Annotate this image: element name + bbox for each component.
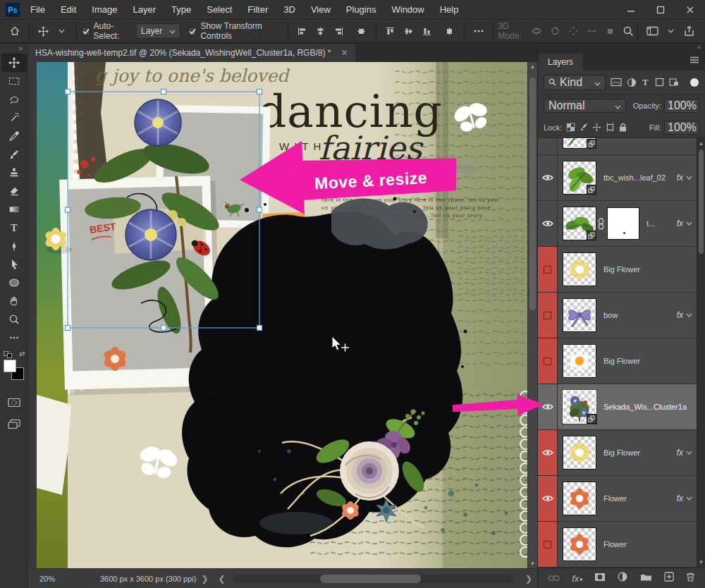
menu-type[interactable]: Type bbox=[164, 0, 199, 20]
visibility-checkbox[interactable] bbox=[544, 357, 551, 365]
visibility-checkbox[interactable] bbox=[544, 312, 551, 319]
share-icon[interactable] bbox=[680, 21, 698, 41]
new-adjustment-layer-icon[interactable] bbox=[618, 572, 627, 584]
search-icon[interactable] bbox=[619, 21, 637, 41]
color-swatches[interactable]: ⇄ bbox=[0, 351, 28, 384]
lock-all-icon[interactable] bbox=[619, 123, 627, 132]
layer-visibility-toggle[interactable] bbox=[538, 430, 558, 475]
auto-select-checkbox[interactable] bbox=[82, 27, 90, 36]
lock-position-icon[interactable] bbox=[592, 123, 601, 132]
eyedropper-tool[interactable] bbox=[1, 127, 27, 145]
layer-mask-thumbnail[interactable] bbox=[607, 207, 639, 240]
tab-layers[interactable]: Layers bbox=[538, 54, 583, 71]
foreground-color-swatch[interactable] bbox=[4, 360, 16, 372]
layer-visibility-toggle[interactable] bbox=[538, 293, 558, 338]
more-align-options-icon[interactable] bbox=[470, 21, 488, 41]
marquee-tool[interactable] bbox=[1, 72, 27, 90]
3d-roll-icon[interactable] bbox=[546, 21, 564, 41]
align-right-edges-icon[interactable] bbox=[330, 21, 348, 41]
lock-pixels-icon[interactable] bbox=[580, 123, 588, 132]
layer-visibility-toggle[interactable] bbox=[538, 384, 558, 429]
layer-styles-icon[interactable]: fx▾ bbox=[572, 573, 582, 584]
menu-layer[interactable]: Layer bbox=[125, 0, 164, 20]
menu-file[interactable]: File bbox=[23, 0, 53, 20]
3d-scale-icon[interactable] bbox=[601, 21, 619, 41]
move-tool-icon[interactable] bbox=[35, 21, 53, 41]
layer-thumbnail[interactable] bbox=[563, 390, 596, 424]
menu-plugins[interactable]: Plugins bbox=[338, 0, 384, 20]
menu-select[interactable]: Select bbox=[199, 0, 240, 20]
link-layers-icon[interactable] bbox=[548, 572, 560, 584]
filter-pixel-layers-icon[interactable] bbox=[611, 78, 622, 87]
layer-visibility-toggle[interactable] bbox=[538, 338, 558, 384]
align-left-edges-icon[interactable] bbox=[293, 21, 312, 41]
layer-visibility-toggle[interactable] bbox=[538, 476, 558, 521]
layer-row[interactable]: Big Flower bbox=[538, 338, 697, 384]
fx-badge[interactable]: fx bbox=[677, 494, 692, 503]
auto-select-target-dropdown[interactable]: Layer bbox=[136, 23, 180, 39]
default-colors-icon[interactable] bbox=[4, 351, 12, 358]
layer-row[interactable]: fx bbox=[538, 138, 697, 155]
layer-row[interactable]: Flower bbox=[538, 522, 697, 568]
layer-thumbnail[interactable] bbox=[563, 482, 596, 515]
move-tool[interactable] bbox=[1, 54, 27, 72]
fx-badge[interactable]: fx bbox=[677, 448, 692, 458]
visibility-checkbox[interactable] bbox=[544, 541, 551, 549]
maximize-button[interactable] bbox=[646, 0, 675, 20]
quick-mask-icon[interactable] bbox=[1, 393, 27, 412]
tool-preset-chevron-icon[interactable] bbox=[53, 21, 71, 41]
layer-visibility-toggle[interactable] bbox=[538, 138, 558, 154]
fx-badge[interactable]: fx bbox=[677, 310, 692, 320]
zoom-tool[interactable] bbox=[1, 310, 27, 329]
toolbar-collapse[interactable]: » bbox=[0, 44, 27, 54]
brush-tool[interactable] bbox=[1, 145, 27, 164]
menu-filter[interactable]: Filter bbox=[240, 0, 276, 20]
lasso-tool[interactable] bbox=[1, 90, 27, 109]
layer-visibility-toggle[interactable] bbox=[538, 522, 558, 567]
menu-image[interactable]: Image bbox=[84, 0, 125, 20]
panel-menu-icon[interactable] bbox=[689, 54, 699, 66]
path-select-tool[interactable] bbox=[1, 255, 27, 274]
menu-3d[interactable]: 3D bbox=[276, 0, 303, 20]
layer-row[interactable]: Big Flowerfx bbox=[538, 430, 697, 476]
layer-row[interactable]: Big Flower bbox=[538, 247, 697, 293]
document-tab[interactable]: HSA-wishing-well-temp2.tif @ 20% (Sekada… bbox=[28, 44, 355, 62]
opacity-field[interactable]: 100% bbox=[664, 99, 699, 113]
scroll-left-icon[interactable]: ❮ bbox=[218, 574, 225, 584]
close-button[interactable] bbox=[675, 0, 705, 20]
layer-row[interactable]: Flowerfx bbox=[538, 476, 697, 522]
lock-artboard-icon[interactable] bbox=[606, 123, 615, 132]
workspace-switcher-icon[interactable] bbox=[643, 21, 661, 41]
gradient-tool[interactable] bbox=[1, 200, 27, 219]
layers-scrollbar[interactable]: ▲ ▼ bbox=[697, 138, 705, 568]
hand-tool[interactable] bbox=[1, 292, 27, 310]
distribute-vertical-icon[interactable] bbox=[441, 21, 459, 41]
align-horizontal-centers-icon[interactable] bbox=[312, 21, 330, 41]
minimize-button[interactable] bbox=[616, 0, 646, 20]
layer-thumbnail[interactable] bbox=[563, 436, 596, 470]
align-bottom-edges-icon[interactable] bbox=[418, 21, 436, 41]
new-group-icon[interactable] bbox=[640, 572, 652, 584]
delete-layer-icon[interactable] bbox=[686, 572, 695, 584]
layer-thumbnail[interactable] bbox=[563, 161, 596, 195]
panel-collapse[interactable]: » bbox=[538, 44, 705, 52]
type-tool[interactable]: T bbox=[1, 219, 27, 237]
layer-thumbnail[interactable] bbox=[563, 207, 596, 240]
swap-colors-icon[interactable]: ⇄ bbox=[19, 350, 25, 357]
new-layer-icon[interactable] bbox=[664, 572, 674, 584]
add-layer-mask-icon[interactable] bbox=[594, 572, 606, 584]
layer-thumbnail[interactable] bbox=[563, 252, 596, 286]
filter-kind-dropdown[interactable]: Kind bbox=[544, 75, 606, 90]
mask-link-icon[interactable] bbox=[598, 218, 604, 230]
layer-visibility-toggle[interactable] bbox=[538, 201, 558, 246]
filter-adjustment-layers-icon[interactable] bbox=[627, 78, 637, 87]
lock-transparency-icon[interactable] bbox=[566, 123, 575, 132]
layer-row[interactable]: Sekada_Wis...Cluster1a bbox=[538, 384, 697, 430]
visibility-checkbox[interactable] bbox=[544, 266, 551, 274]
pen-tool[interactable] bbox=[1, 237, 27, 255]
layer-row[interactable]: tbc_wish...leaf_02fx bbox=[538, 155, 697, 201]
3d-orbit-icon[interactable] bbox=[527, 21, 546, 41]
layer-thumbnail[interactable] bbox=[563, 344, 596, 378]
align-vertical-centers-icon[interactable] bbox=[400, 21, 418, 41]
more-tools-tool[interactable] bbox=[1, 329, 27, 347]
